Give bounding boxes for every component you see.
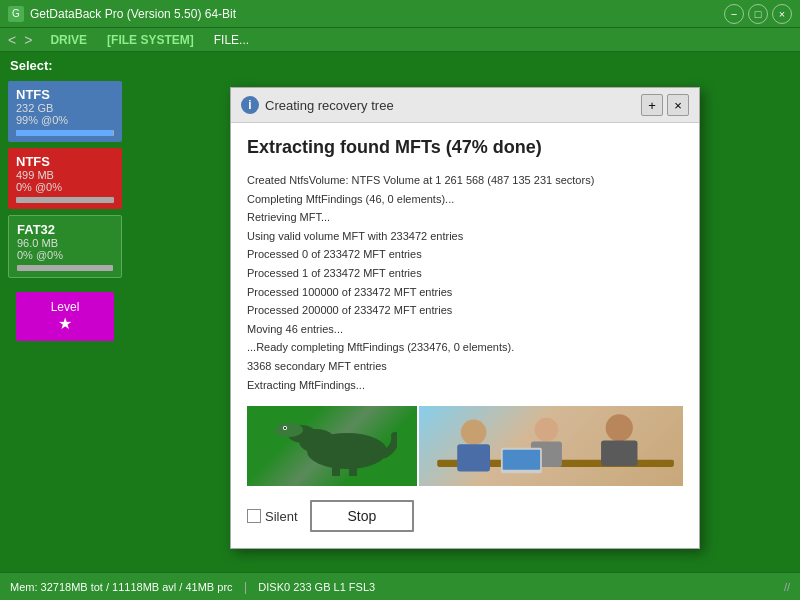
meeting-svg — [419, 406, 683, 486]
nav-forward-button[interactable]: > — [22, 32, 34, 48]
info-icon: i — [241, 96, 259, 114]
drive-progress-1 — [16, 130, 114, 136]
log-line-11: Extracting MftFindings... — [247, 377, 683, 395]
drive-info-1: 99% @0% — [16, 114, 114, 126]
log-line-7: Processed 200000 of 233472 MFT entries — [247, 302, 683, 320]
modal-close-button[interactable]: × — [667, 94, 689, 116]
drive-name-1: NTFS — [16, 87, 114, 102]
modal-body: Extracting found MFTs (47% done) Created… — [231, 123, 699, 548]
menu-file[interactable]: FILE... — [210, 31, 253, 49]
modal-footer: Silent Stop — [247, 500, 683, 536]
modal-dialog: i Creating recovery tree + × Extracting … — [230, 87, 700, 549]
drive-fat32[interactable]: FAT32 96.0 MB 0% @0% — [8, 215, 122, 278]
minimize-button[interactable]: − — [724, 4, 744, 24]
drive-progress-2 — [16, 197, 114, 203]
drive-size-1: 232 GB — [16, 102, 114, 114]
drive-ntfs-1[interactable]: NTFS 232 GB 99% @0% — [8, 81, 122, 142]
status-bar: Mem: 32718MB tot / 11118MB avl / 41MB pr… — [0, 572, 800, 600]
log-line-9: ...Ready completing MftFindings (233476,… — [247, 339, 683, 357]
main-layout: NTFS 232 GB 99% @0% NTFS 499 MB 0% @0% F… — [0, 77, 800, 567]
silent-label: Silent — [265, 509, 298, 524]
modal-header-left: i Creating recovery tree — [241, 96, 394, 114]
level-item[interactable]: Level ★ — [16, 292, 114, 341]
nav-controls: < > — [6, 32, 34, 48]
modal-images — [247, 406, 683, 486]
svg-rect-14 — [601, 441, 637, 466]
app-title: GetDataBack Pro (Version 5.50) 64-Bit — [30, 7, 724, 21]
modal-log: Created NtfsVolume: NTFS Volume at 1 261… — [247, 172, 683, 394]
svg-point-5 — [284, 427, 286, 429]
menu-bar: < > DRIVE [FILE SYSTEM] FILE... — [0, 28, 800, 52]
log-line-2: Retrieving MFT... — [247, 209, 683, 227]
menu-drive[interactable]: DRIVE — [46, 31, 91, 49]
modal-header-buttons: + × — [641, 94, 689, 116]
drive-progress-3 — [17, 265, 113, 271]
silent-checkbox-label[interactable]: Silent — [247, 509, 298, 524]
sidebar: NTFS 232 GB 99% @0% NTFS 499 MB 0% @0% F… — [0, 77, 130, 567]
modal-header: i Creating recovery tree + × — [231, 88, 699, 123]
modal-main-title: Extracting found MFTs (47% done) — [247, 137, 683, 158]
svg-point-3 — [275, 423, 303, 437]
window-controls: − □ × — [724, 4, 792, 24]
svg-rect-6 — [332, 464, 340, 476]
log-line-10: 3368 secondary MFT entries — [247, 358, 683, 376]
svg-rect-7 — [349, 464, 357, 476]
maximize-button[interactable]: □ — [748, 4, 768, 24]
drive-ntfs-2[interactable]: NTFS 499 MB 0% @0% — [8, 148, 122, 209]
drive-size-3: 96.0 MB — [17, 237, 113, 249]
modal-overlay: i Creating recovery tree + × Extracting … — [130, 77, 800, 567]
resize-handle: // — [784, 581, 790, 593]
log-line-1: Completing MftFindings (46, 0 elements).… — [247, 191, 683, 209]
log-line-4: Processed 0 of 233472 MFT entries — [247, 246, 683, 264]
drive-info-3: 0% @0% — [17, 249, 113, 261]
silent-checkbox-box[interactable] — [247, 509, 261, 523]
status-divider: | — [244, 580, 247, 594]
dino-image — [247, 406, 417, 486]
svg-point-11 — [535, 418, 559, 442]
drive-size-2: 499 MB — [16, 169, 114, 181]
log-line-6: Processed 100000 of 233472 MFT entries — [247, 284, 683, 302]
modal-expand-button[interactable]: + — [641, 94, 663, 116]
log-line-5: Processed 1 of 233472 MFT entries — [247, 265, 683, 283]
drive-progress-bar-1 — [16, 130, 113, 136]
nav-back-button[interactable]: < — [6, 32, 18, 48]
log-line-0: Created NtfsVolume: NTFS Volume at 1 261… — [247, 172, 683, 190]
dino-svg — [267, 416, 397, 476]
level-label: Level — [24, 300, 106, 314]
mem-status: Mem: 32718MB tot / 11118MB avl / 41MB pr… — [10, 581, 233, 593]
svg-point-9 — [461, 420, 486, 445]
close-button[interactable]: × — [772, 4, 792, 24]
content-area: i Creating recovery tree + × Extracting … — [130, 77, 800, 567]
svg-rect-16 — [503, 450, 540, 470]
status-left: Mem: 32718MB tot / 11118MB avl / 41MB pr… — [10, 580, 375, 594]
drive-name-3: FAT32 — [17, 222, 113, 237]
svg-point-13 — [606, 414, 633, 441]
level-star: ★ — [24, 314, 106, 333]
menu-filesystem[interactable]: [FILE SYSTEM] — [103, 31, 198, 49]
meeting-image — [419, 406, 683, 486]
drive-info-2: 0% @0% — [16, 181, 114, 193]
drive-name-2: NTFS — [16, 154, 114, 169]
log-line-3: Using valid volume MFT with 233472 entri… — [247, 228, 683, 246]
title-bar: G GetDataBack Pro (Version 5.50) 64-Bit … — [0, 0, 800, 28]
log-line-8: Moving 46 entries... — [247, 321, 683, 339]
svg-rect-10 — [457, 444, 490, 471]
select-label: Select: — [0, 52, 800, 77]
stop-button[interactable]: Stop — [310, 500, 415, 532]
modal-header-title: Creating recovery tree — [265, 98, 394, 113]
disk-status: DISK0 233 GB L1 FSL3 — [258, 581, 375, 593]
app-icon: G — [8, 6, 24, 22]
